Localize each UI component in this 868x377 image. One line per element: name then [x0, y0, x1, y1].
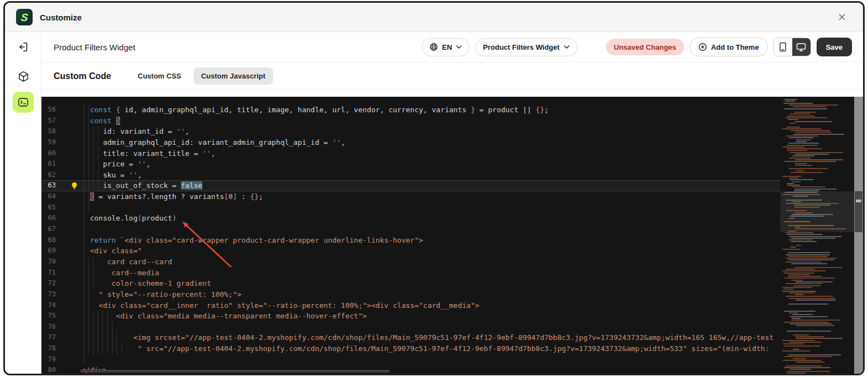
- save-button[interactable]: Save: [817, 38, 852, 56]
- code-line[interactable]: 74 <div class="card__inner ratio" style=…: [41, 300, 863, 311]
- sidebar-item-custom-code[interactable]: [5, 92, 41, 113]
- indent-guide: [88, 180, 89, 191]
- window-title: Customize: [40, 13, 82, 22]
- code-line[interactable]: 68 return `<div class="card-wrapper prod…: [41, 235, 863, 246]
- desktop-preview-button[interactable]: [792, 38, 811, 56]
- page-title: Product Filters Widget: [54, 43, 135, 52]
- indent-guide: [98, 170, 98, 181]
- tab-bar: Custom Code Custom CSS Custom Javascript: [41, 62, 863, 90]
- glyph-margin: [56, 300, 81, 311]
- code-line[interactable]: 72 color-scheme-1 gradient: [41, 278, 863, 289]
- device-preview-toggle: [773, 38, 811, 56]
- code-line[interactable]: 77 <img srcset="//app-test-0404-2.myshop…: [41, 332, 863, 343]
- indent-guide: [83, 300, 84, 311]
- code-line[interactable]: 63 is_out_of_stock = false: [41, 180, 863, 191]
- line-content: } = variants?.length ? variants[0] : {};: [81, 191, 863, 202]
- add-to-theme-button[interactable]: Add to Theme: [689, 38, 768, 56]
- indent-guide: [83, 159, 84, 170]
- code-line[interactable]: 69 <div class=": [41, 245, 863, 256]
- minimap-viewport[interactable]: [780, 191, 854, 232]
- terminal-icon: [17, 96, 29, 108]
- indent-guide: [88, 202, 89, 213]
- line-content: price = '',: [81, 159, 863, 170]
- code-line[interactable]: 57 const {: [41, 116, 863, 127]
- code-line[interactable]: 71 card--media: [41, 268, 863, 279]
- tab-custom-javascript[interactable]: Custom Javascript: [194, 67, 273, 85]
- code-line[interactable]: 76: [41, 322, 863, 333]
- indent-guide: [83, 202, 84, 213]
- line-content: sku = '',: [81, 170, 863, 181]
- indent-guide: [88, 332, 89, 343]
- active-tile: [13, 92, 34, 113]
- widget-selector-dropdown[interactable]: Product Filters Widget: [475, 38, 578, 56]
- code-line[interactable]: 58 id: variant_id = '',: [41, 126, 863, 137]
- glyph-margin: [56, 148, 81, 159]
- code-line[interactable]: 61 price = '',: [41, 159, 863, 170]
- indent-guide: [107, 322, 108, 333]
- indent-guide: [93, 126, 93, 137]
- indent-guide: [88, 311, 89, 322]
- toolbar-center-group: EN Product Filters Widget: [421, 38, 577, 56]
- indent-guide: [93, 278, 93, 289]
- mobile-preview-button[interactable]: [774, 38, 792, 56]
- line-number: 80: [41, 365, 56, 374]
- cube-icon: [17, 70, 30, 83]
- code-line[interactable]: 73 " style="--ratio-percent: 100%;">: [41, 289, 863, 300]
- indent-guide: [93, 137, 93, 148]
- code-line[interactable]: 62 sku = '',: [41, 170, 863, 181]
- indent-guide: [88, 137, 89, 148]
- mobile-icon: [779, 42, 787, 52]
- vertical-scrollbar[interactable]: [854, 97, 863, 374]
- unsaved-changes-badge: Unsaved Changes: [606, 39, 684, 55]
- indent-guide: [122, 343, 122, 354]
- line-content: <div class=": [81, 245, 863, 256]
- glyph-margin: [56, 278, 81, 289]
- line-number: 74: [41, 300, 56, 311]
- tab-custom-css[interactable]: Custom CSS: [130, 67, 189, 85]
- vertical-scrollbar-thumb[interactable]: [855, 191, 862, 232]
- minimap[interactable]: [780, 97, 854, 374]
- code-line[interactable]: 56 const { id, admin_graphql_api_id, tit…: [41, 104, 863, 116]
- sidebar-item-exit[interactable]: [5, 41, 41, 53]
- line-number: 64: [41, 191, 56, 202]
- language-dropdown[interactable]: EN: [421, 38, 469, 56]
- line-number: 73: [41, 289, 56, 300]
- indent-guide: [83, 311, 84, 322]
- code-editor[interactable]: 56 const { id, admin_graphql_api_id, tit…: [41, 97, 863, 374]
- code-line[interactable]: 60 title: variant_title = '',: [41, 148, 863, 159]
- code-line[interactable]: 75 <div class="media media--transparent …: [41, 311, 863, 322]
- indent-guide: [88, 268, 89, 279]
- line-number: 58: [41, 126, 56, 137]
- code-line[interactable]: 70 card card--card: [41, 256, 863, 268]
- scrollbar-grip[interactable]: [856, 200, 861, 202]
- line-number: 78: [41, 343, 56, 354]
- line-number: 66: [41, 213, 56, 224]
- indent-guide: [83, 191, 84, 202]
- indent-guide: [83, 137, 84, 148]
- globe-icon: [429, 43, 438, 51]
- section-heading: Custom Code: [54, 71, 111, 81]
- glyph-margin: [56, 213, 81, 224]
- horizontal-scrollbar-thumb[interactable]: [80, 370, 390, 373]
- line-content: const {: [81, 116, 863, 127]
- indent-guide: [88, 159, 89, 170]
- desktop-icon: [796, 43, 806, 52]
- language-label: EN: [442, 43, 452, 51]
- close-icon[interactable]: [834, 9, 850, 25]
- line-number: 59: [41, 137, 56, 148]
- indent-guide: [93, 311, 93, 322]
- line-number: 67: [41, 224, 56, 235]
- code-line[interactable]: 78 " src="//app-test-0404-2.myshopify.co…: [41, 343, 863, 354]
- code-line[interactable]: 64 } = variants?.length ? variants[0] : …: [41, 191, 863, 202]
- code-line[interactable]: 65: [41, 202, 863, 213]
- code-line[interactable]: 79: [41, 354, 863, 365]
- glyph-margin: [56, 268, 81, 279]
- lightbulb-icon[interactable]: [71, 182, 78, 190]
- indent-guide: [98, 180, 98, 191]
- code-line[interactable]: 66 console.log(product): [41, 213, 863, 224]
- indent-guide: [83, 354, 84, 365]
- code-line[interactable]: 59 admin_graphql_api_id: variant_admin_g…: [41, 137, 863, 148]
- code-line[interactable]: 67: [41, 224, 863, 235]
- toolbar-right-group: Unsaved Changes Add to Theme: [606, 38, 852, 56]
- sidebar-item-components[interactable]: [5, 70, 41, 83]
